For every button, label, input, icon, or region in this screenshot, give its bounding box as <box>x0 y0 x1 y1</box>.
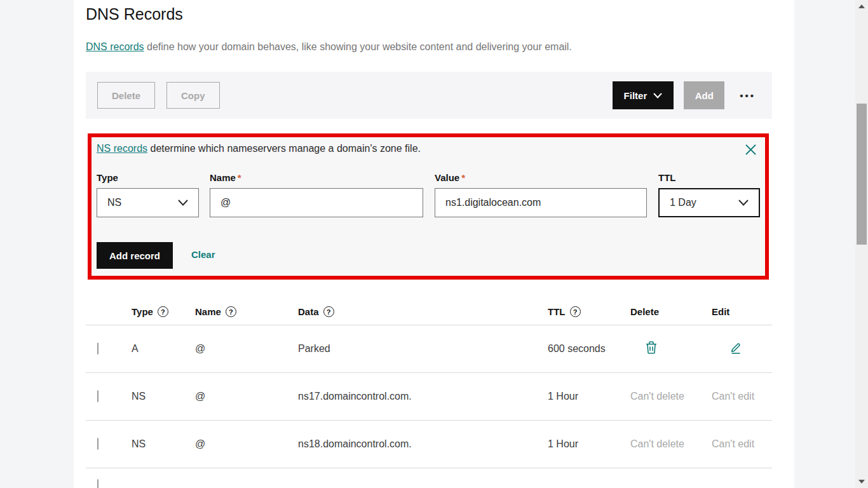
table-row: NS @ ns18.domaincontrol.com. 1 Hour Can'… <box>86 421 772 468</box>
add-ns-record-panel: NS records determine which nameservers m… <box>88 133 769 280</box>
chevron-down-icon <box>738 200 749 206</box>
records-toolbar: Delete Copy Filter Add ••• <box>86 72 772 119</box>
record-ttl: 600 seconds <box>536 343 630 355</box>
value-field[interactable] <box>435 189 646 217</box>
page-description-text: define how your domain behaves, like sho… <box>144 41 572 52</box>
ns-records-link[interactable]: NS records <box>97 143 147 154</box>
ttl-select-value: 1 Day <box>670 197 696 208</box>
row-checkbox[interactable] <box>97 342 98 355</box>
column-header-type: Type? <box>120 306 184 317</box>
table-header-row: Type? Name? Data? TTL? Delete Edit <box>86 299 772 325</box>
record-data: ns18.domaincontrol.com. <box>287 438 536 450</box>
ns-panel-info: NS records determine which nameservers m… <box>97 143 421 154</box>
dns-records-table: Type? Name? Data? TTL? Delete Edit A @ P… <box>86 299 772 488</box>
chevron-down-icon <box>653 93 662 98</box>
table-row-partial <box>86 468 772 488</box>
cant-delete-label: Can't delete <box>630 391 712 402</box>
required-asterisk: * <box>461 172 465 183</box>
table-row: NS @ ns17.domaincontrol.com. 1 Hour Can'… <box>86 373 772 421</box>
help-icon[interactable]: ? <box>158 306 168 317</box>
help-icon[interactable]: ? <box>323 306 334 317</box>
scroll-up-arrow-icon[interactable] <box>858 4 865 8</box>
record-name: @ <box>184 438 287 450</box>
ns-panel-info-text: determine which nameservers manage a dom… <box>147 143 421 154</box>
record-type: NS <box>120 391 184 402</box>
more-options-icon[interactable]: ••• <box>740 90 756 101</box>
record-name: @ <box>184 391 287 402</box>
record-type: NS <box>120 438 184 450</box>
add-record-button[interactable]: Add record <box>97 242 173 269</box>
cant-delete-label: Can't delete <box>630 438 712 450</box>
required-asterisk: * <box>238 172 241 183</box>
name-field-wrap <box>210 188 423 217</box>
value-label: Value* <box>435 172 465 183</box>
copy-button[interactable]: Copy <box>166 82 220 109</box>
record-data: ns17.domaincontrol.com. <box>287 391 536 402</box>
cant-edit-label: Can't edit <box>712 438 772 450</box>
record-ttl: 1 Hour <box>536 391 630 402</box>
page-description: DNS records define how your domain behav… <box>86 41 572 53</box>
type-select-value: NS <box>107 197 121 208</box>
vertical-scrollbar[interactable] <box>855 0 868 488</box>
add-button[interactable]: Add <box>684 81 724 109</box>
record-type: A <box>120 343 184 355</box>
pencil-icon[interactable] <box>729 341 742 354</box>
chevron-down-icon <box>178 200 188 206</box>
help-icon[interactable]: ? <box>226 306 236 317</box>
scroll-down-arrow-icon[interactable] <box>858 480 865 484</box>
value-field-wrap <box>435 188 647 217</box>
cant-edit-label: Can't edit <box>712 391 772 402</box>
column-header-edit: Edit <box>712 306 772 317</box>
name-field[interactable] <box>210 189 423 217</box>
column-header-data: Data? <box>287 306 536 317</box>
dns-content-card: DNS Records DNS records define how your … <box>74 0 794 488</box>
row-checkbox[interactable] <box>97 479 98 488</box>
delete-button[interactable]: Delete <box>97 82 155 109</box>
record-data: Parked <box>287 343 536 355</box>
column-header-ttl: TTL? <box>536 306 630 317</box>
scrollbar-thumb[interactable] <box>857 104 867 245</box>
name-label: Name* <box>210 172 241 183</box>
type-select[interactable]: NS <box>97 188 199 217</box>
type-label: Type <box>97 172 118 183</box>
table-row: A @ Parked 600 seconds <box>86 325 772 373</box>
clear-link[interactable]: Clear <box>191 249 215 260</box>
record-name: @ <box>184 343 287 355</box>
ttl-select[interactable]: 1 Day <box>658 188 760 217</box>
dns-records-link[interactable]: DNS records <box>86 41 144 52</box>
row-checkbox[interactable] <box>97 438 98 450</box>
filter-button-label: Filter <box>624 90 648 101</box>
row-checkbox[interactable] <box>97 390 98 402</box>
filter-button[interactable]: Filter <box>613 81 674 109</box>
column-header-name: Name? <box>184 306 287 317</box>
trash-icon[interactable] <box>646 341 657 354</box>
close-icon[interactable] <box>742 141 759 158</box>
ttl-label: TTL <box>658 172 676 183</box>
column-header-delete: Delete <box>630 306 712 317</box>
help-icon[interactable]: ? <box>570 306 581 317</box>
record-ttl: 1 Hour <box>536 438 630 450</box>
page-title: DNS Records <box>86 5 183 24</box>
